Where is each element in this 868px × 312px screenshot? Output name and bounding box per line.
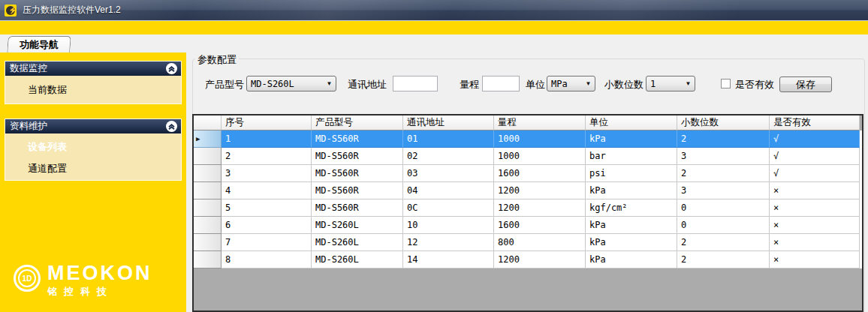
cell-index[interactable]: 5 <box>222 200 312 217</box>
cell-range[interactable]: 1000 <box>494 148 586 165</box>
cell-model[interactable]: MD-S560R <box>312 182 403 200</box>
cell-decimals[interactable]: 2 <box>677 130 770 148</box>
cell-range[interactable]: 1600 <box>494 217 586 234</box>
table-row[interactable]: 6 MD-S260L 10 1600 kPa 0 × <box>194 217 862 234</box>
table-row[interactable]: 2 MD-S560R 02 1000 bar 3 √ <box>194 148 862 165</box>
main-area: 数据监控 当前数据 资料维护 <box>0 52 868 312</box>
cell-unit[interactable]: kPa <box>586 182 677 200</box>
table-row[interactable]: ▶ 1 MD-S560R 01 1000 kPa 2 √ <box>194 130 862 148</box>
cell-index[interactable]: 2 <box>222 148 312 165</box>
cell-range[interactable]: 1200 <box>494 182 586 200</box>
cell-unit[interactable]: kPa <box>586 130 677 148</box>
cell-valid[interactable]: √ <box>770 165 860 182</box>
cell-comm-addr[interactable]: 02 <box>403 148 494 165</box>
save-button[interactable]: 保存 <box>779 76 832 92</box>
meokon-logo: 1D MEOKON 铭控科技 <box>14 263 152 298</box>
cell-unit[interactable]: kPa <box>586 217 677 234</box>
cell-index[interactable]: 6 <box>222 217 312 234</box>
panel-header-data-maintenance[interactable]: 资料维护 <box>5 119 181 134</box>
col-header-decimals[interactable]: 小数位数 <box>677 116 770 130</box>
collapse-chevron-icon[interactable] <box>166 63 177 74</box>
cell-model[interactable]: MD-S260L <box>312 217 403 234</box>
cell-decimals[interactable]: 0 <box>677 217 770 234</box>
cell-unit[interactable]: kPa <box>586 251 677 268</box>
cell-comm-addr[interactable]: 03 <box>403 165 494 182</box>
cell-model[interactable]: MD-S260L <box>312 234 403 251</box>
row-selector-cell[interactable] <box>194 234 222 251</box>
cell-range[interactable]: 800 <box>494 234 586 251</box>
range-input[interactable] <box>482 76 520 92</box>
cell-model[interactable]: MD-S560R <box>312 200 403 217</box>
cell-decimals[interactable]: 2 <box>677 234 770 251</box>
table-row[interactable]: 8 MD-S260L 14 1200 kPa 2 × <box>194 251 862 268</box>
cell-index[interactable]: 7 <box>222 234 312 251</box>
sidebar-item-device-list[interactable]: 设备列表 <box>5 136 181 158</box>
cell-decimals[interactable]: 3 <box>677 148 770 165</box>
valid-checkbox[interactable] <box>721 79 731 88</box>
cell-valid[interactable]: × <box>770 200 860 217</box>
col-header-valid[interactable]: 是否有效 <box>770 116 860 130</box>
row-selector-cell[interactable] <box>194 148 222 165</box>
cell-range[interactable]: 1000 <box>494 130 586 148</box>
col-header-model[interactable]: 产品型号 <box>312 116 403 130</box>
table-row[interactable]: 4 MD-S560R 04 1200 kPa 3 × <box>194 182 862 200</box>
sidebar-item-current-data[interactable]: 当前数据 <box>5 76 181 104</box>
row-selector-cell[interactable] <box>194 165 222 182</box>
row-selector-cell[interactable] <box>194 217 222 234</box>
cell-index[interactable]: 1 <box>222 130 312 148</box>
col-header-index[interactable]: 序号 <box>222 116 312 130</box>
product-model-select[interactable]: MD-S260L ▼ <box>246 76 336 92</box>
table-row[interactable]: 5 MD-S560R 0C 1200 kgf/cm² 0 × <box>194 200 862 217</box>
table-row[interactable]: 3 MD-S560R 03 1600 psi 2 √ <box>194 165 862 182</box>
unit-select[interactable]: MPa ▼ <box>547 76 595 92</box>
decimals-select[interactable]: 1 ▼ <box>646 76 695 92</box>
cell-valid[interactable]: × <box>770 251 860 268</box>
cell-comm-addr[interactable]: 04 <box>403 182 494 200</box>
row-selector-cell[interactable]: ▶ <box>194 130 222 148</box>
cell-index[interactable]: 4 <box>222 182 312 200</box>
sidebar-item-channel-config[interactable]: 通道配置 <box>5 158 181 179</box>
row-selector-cell[interactable] <box>194 251 222 268</box>
cell-model[interactable]: MD-S560R <box>312 148 403 165</box>
row-selector-cell[interactable] <box>194 182 222 200</box>
cell-valid[interactable]: × <box>770 182 860 200</box>
cell-model[interactable]: MD-S560R <box>312 130 403 148</box>
tab-function-navigation[interactable]: 功能导航 <box>7 36 71 52</box>
cell-comm-addr[interactable]: 01 <box>403 130 494 148</box>
cell-comm-addr[interactable]: 0C <box>403 200 494 217</box>
cell-model[interactable]: MD-S560R <box>312 165 403 182</box>
col-header-range[interactable]: 量程 <box>494 116 586 130</box>
table-row[interactable]: 7 MD-S260L 12 800 kPa 2 × <box>194 234 862 251</box>
chevron-down-icon: ▼ <box>323 80 336 87</box>
cell-valid[interactable]: × <box>770 217 860 234</box>
cell-comm-addr[interactable]: 10 <box>403 217 494 234</box>
comm-address-input[interactable] <box>393 76 438 92</box>
cell-valid[interactable]: × <box>770 234 860 251</box>
col-header-unit[interactable]: 单位 <box>586 116 677 130</box>
row-selector-cell[interactable] <box>194 200 222 217</box>
cell-model[interactable]: MD-S260L <box>312 251 403 268</box>
cell-unit[interactable]: psi <box>586 165 677 182</box>
device-table: 序号 产品型号 通讯地址 量程 单位 小数位数 是否有效 ▶ 1 MD-S560… <box>192 114 863 312</box>
cell-comm-addr[interactable]: 12 <box>403 234 494 251</box>
cell-range[interactable]: 1600 <box>494 165 586 182</box>
col-header-comm-addr[interactable]: 通讯地址 <box>403 116 494 130</box>
cell-decimals[interactable]: 0 <box>677 200 770 217</box>
cell-decimals[interactable]: 3 <box>677 182 770 200</box>
cell-range[interactable]: 1200 <box>494 251 586 268</box>
collapse-chevron-icon[interactable] <box>166 121 177 132</box>
cell-valid[interactable]: √ <box>770 130 860 148</box>
cell-unit[interactable]: bar <box>586 148 677 165</box>
cell-index[interactable]: 8 <box>222 251 312 268</box>
cell-range[interactable]: 1200 <box>494 200 586 217</box>
cell-index[interactable]: 3 <box>222 165 312 182</box>
cell-decimals[interactable]: 2 <box>677 251 770 268</box>
cell-unit[interactable]: kPa <box>586 234 677 251</box>
title-bar[interactable]: ⚡ 压力数据监控软件Ver1.2 <box>0 0 868 20</box>
cell-comm-addr[interactable]: 14 <box>403 251 494 268</box>
panel-header-data-monitor[interactable]: 数据监控 <box>5 62 181 76</box>
cell-unit[interactable]: kgf/cm² <box>586 200 677 217</box>
range-label: 量程 <box>460 78 479 92</box>
cell-decimals[interactable]: 2 <box>677 165 770 182</box>
cell-valid[interactable]: √ <box>770 148 860 165</box>
